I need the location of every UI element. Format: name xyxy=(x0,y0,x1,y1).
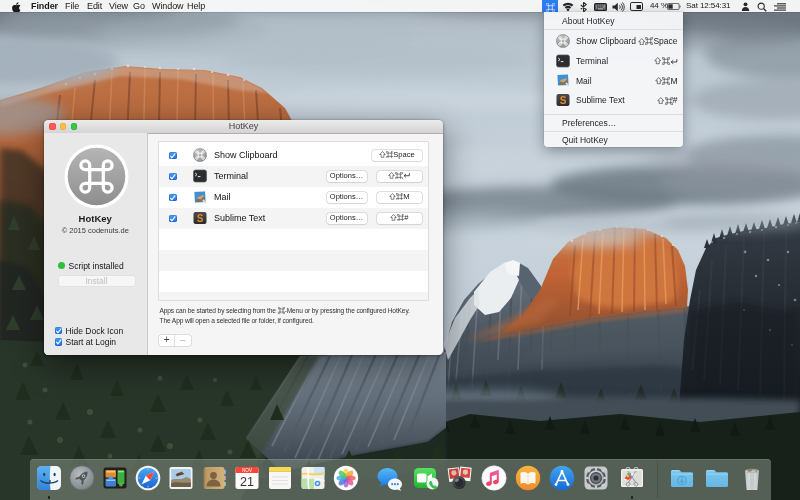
svg-text:S: S xyxy=(196,213,203,224)
svg-text:S: S xyxy=(560,95,567,106)
svg-text:NOV: NOV xyxy=(242,467,253,472)
svg-text:21: 21 xyxy=(240,475,254,489)
